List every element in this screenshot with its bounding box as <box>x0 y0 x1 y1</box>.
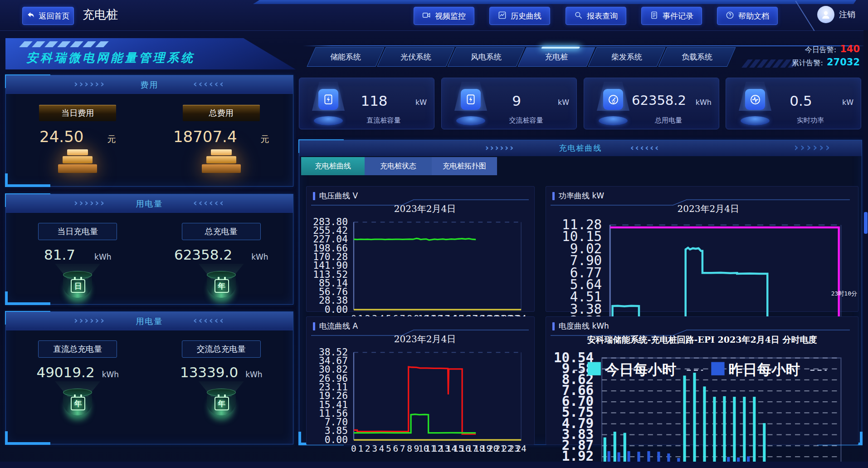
gold-box-icon <box>58 148 97 176</box>
help-docs-label: 帮助文档 <box>738 11 769 21</box>
tab-pv-system[interactable]: 光伏系统 <box>377 47 454 67</box>
title-accent-bar <box>313 322 315 330</box>
chevrons-left-decoration: ‹‹‹‹‹‹ <box>193 75 225 94</box>
tab-storage-system[interactable]: 储能系统 <box>307 47 384 67</box>
current-chart-head: 电流曲线 A <box>313 321 358 331</box>
back-home-button[interactable]: 返回首页 <box>22 7 74 25</box>
current-chart-plot: 38.5234.6730.8226.9623.1119.2615.4111.56… <box>309 345 532 456</box>
tab-wind-system[interactable]: 风电系统 <box>447 47 525 67</box>
svg-text:0.00: 0.00 <box>325 304 348 315</box>
daily-cost-chip: 当日费用 <box>39 105 116 121</box>
video-monitor-button[interactable]: 视频监控 <box>414 7 474 25</box>
report-query-label: 报表查询 <box>587 11 618 21</box>
dc-capacity-card: 118 kW 直流桩容量 <box>299 78 434 129</box>
calendar-year-icon: 年 <box>196 381 246 420</box>
total-alarm: 累计告警: 27032 <box>792 57 860 68</box>
power-chart-title: 功率曲线 kW <box>559 191 604 201</box>
dc-total-unit: kWh <box>102 370 119 379</box>
current-chart-cell: 电流曲线 A 2023年2月4日 38.5234.6730.8226.9623.… <box>306 316 535 445</box>
charging-curves-title: 充电桩曲线 <box>559 143 602 153</box>
dc-total-chip: 直流总充电量 <box>38 340 117 358</box>
voltage-chart-date: 2023年2月4日 <box>356 203 493 215</box>
chevrons-right-decoration: ›››››› <box>74 312 106 330</box>
svg-text:3: 3 <box>372 443 377 454</box>
chevrons-left-decoration: ‹‹‹‹‹‹ <box>193 312 225 330</box>
history-curve-button[interactable]: 历史曲线 <box>489 7 550 25</box>
chevrons-right-decoration: ›››››› <box>74 194 106 213</box>
svg-text:v: v <box>611 97 615 105</box>
scrollbar-thumb[interactable] <box>864 212 868 234</box>
daily-cost-block: 当日费用 24.50 元 <box>6 94 150 186</box>
total-cost-chip: 总费用 <box>183 105 260 121</box>
power-chart-time-annotation: 23时10分 <box>831 290 857 298</box>
page-scrollbar[interactable] <box>863 30 868 468</box>
realtime-power-card: 0.5 kW 实时功率 <box>726 78 861 129</box>
charging-curves-header: ›››››› 充电桩曲线 ‹‹‹‹‹‹ ›››››› <box>299 140 862 156</box>
total-alarm-label: 累计告警: <box>792 59 823 68</box>
svg-text:0.00: 0.00 <box>325 434 348 445</box>
calendar-year-icon: 年 <box>53 381 102 420</box>
ac-total-chip: 交流总充电量 <box>182 340 261 358</box>
back-home-label: 返回首页 <box>39 11 70 21</box>
total-charge-block: 总充电量 62358.2 kWh 年 <box>150 213 293 304</box>
current-chart-date: 2023年2月4日 <box>356 333 493 345</box>
power-chart-date: 2023年2月4日 <box>614 203 802 215</box>
today-alarm-value: 140 <box>840 44 860 54</box>
page-title: 充电桩 <box>83 0 118 30</box>
help-docs-button[interactable]: 帮助文档 <box>717 7 778 25</box>
tab-load-system[interactable]: 负载系统 <box>658 47 736 67</box>
subtab-pile-curves[interactable]: 充电桩曲线 <box>301 157 365 175</box>
top-accent-strip <box>253 0 856 4</box>
brand-slashes-decoration <box>22 41 106 47</box>
subtab-pile-status[interactable]: 充电桩状态 <box>365 157 432 175</box>
logout-button[interactable]: 注销 <box>839 0 855 30</box>
calendar-day-icon: 日 <box>53 264 102 303</box>
energy-chart-head: 电度曲线 kWh <box>552 321 609 331</box>
svg-text:7: 7 <box>400 443 405 454</box>
dcac-energy-panel-header: ›››››› 用电量 ‹‹‹‹‹‹ <box>6 312 293 330</box>
dc-total-value: 49019.2 <box>36 364 94 380</box>
avatar[interactable] <box>817 6 834 23</box>
realtime-power-value: 0.5 <box>772 93 829 109</box>
footer-strip <box>0 462 868 468</box>
voltage-chart-title: 电压曲线 V <box>319 191 358 201</box>
power-chart-cell: 功率曲线 kW 2023年2月4日 11.2810.159.027.906.77… <box>546 186 858 312</box>
gold-box-icon <box>202 148 241 176</box>
realtime-power-unit: kW <box>842 98 853 107</box>
event-log-icon <box>650 11 658 21</box>
chevrons-left-decoration: ‹‹‹‹‹‹ <box>193 194 225 213</box>
energy-chart-plot: 10.549.588.627.666.705.754.793.832.871.9… <box>549 348 855 468</box>
video-icon <box>422 11 431 21</box>
voltage-chart-cell: 电压曲线 V 2023年2月4日 283.80255.42227.04198.6… <box>306 186 535 312</box>
dcac-energy-panel: ›››››› 用电量 ‹‹‹‹‹‹ 直流总充电量 49019.2 kWh 年 交… <box>5 311 293 444</box>
event-log-button[interactable]: 事件记录 <box>641 7 702 25</box>
subtab-pile-topology[interactable]: 充电桩拓扑图 <box>432 157 497 175</box>
charging-curves-panel: ›››››› 充电桩曲线 ‹‹‹‹‹‹ ›››››› 充电桩曲线 充电桩状态 充… <box>299 140 862 445</box>
svg-text:8: 8 <box>407 443 412 454</box>
cost-panel-title: 费用 <box>141 79 159 90</box>
svg-text:1: 1 <box>358 443 363 454</box>
header-divider <box>795 0 814 31</box>
title-accent-bar <box>552 322 555 330</box>
charge-energy-panel-header: ›››››› 用电量 ‹‹‹‹‹‹ <box>6 194 293 213</box>
chevrons-right-decoration: ›››››› <box>74 75 106 94</box>
back-arrow-icon <box>27 11 35 21</box>
history-curve-label: 历史曲线 <box>511 11 541 21</box>
energy-chart-subtitle: 安科瑞储能系统-充电桩回路-EPI 2023年2月4日 分时电度 <box>546 334 858 346</box>
realtime-pulse-icon <box>745 89 765 110</box>
chevrons-right-decoration: ›››››› <box>485 140 515 156</box>
brand-title: 安科瑞微电网能量管理系统 <box>26 50 195 66</box>
tab-charging-pile[interactable]: 充电桩 <box>517 47 595 67</box>
daily-charge-unit: kWh <box>94 252 111 261</box>
dc-capacity-unit: kW <box>415 98 427 107</box>
report-query-button[interactable]: 报表查询 <box>566 7 626 25</box>
video-monitor-label: 视频监控 <box>435 11 466 21</box>
charging-pile-icon <box>318 89 338 110</box>
tab-diesel-system[interactable]: 柴发系统 <box>588 47 665 67</box>
ac-total-value: 13339.0 <box>180 364 238 380</box>
realtime-power-label: 实时功率 <box>771 116 849 125</box>
dc-total-block: 直流总充电量 49019.2 kWh 年 <box>6 330 150 444</box>
daily-charge-block: 当日充电量 81.7 kWh 日 <box>6 213 150 304</box>
total-energy-card: v 62358.2 kWh 总用电量 <box>584 78 719 129</box>
power-chart-head: 功率曲线 kW <box>552 191 604 201</box>
